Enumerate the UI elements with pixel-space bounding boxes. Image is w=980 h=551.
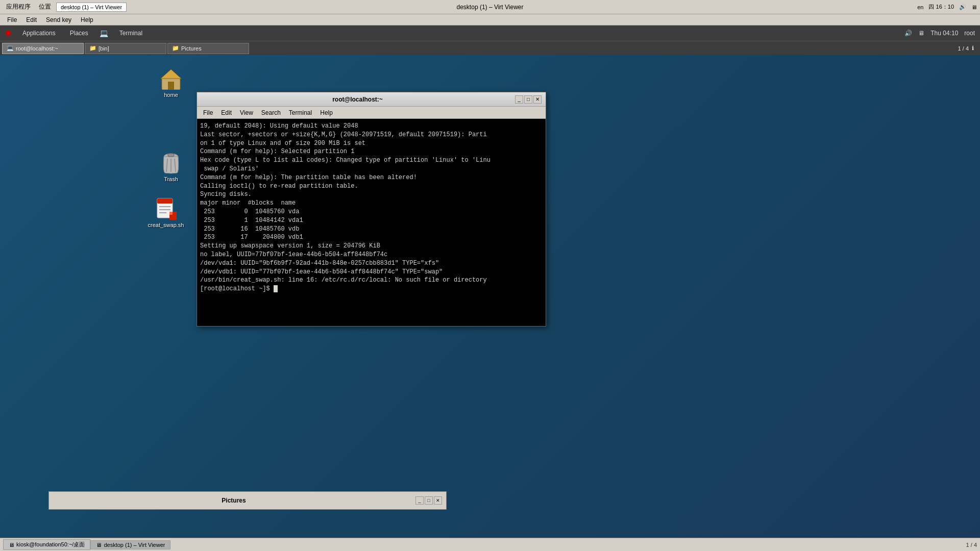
terminal-title: root@localhost:~ [201,96,514,103]
host-task-virt-icon: 🖥 [96,542,102,548]
terminal-terminal-menu[interactable]: Terminal [286,108,315,117]
svg-rect-7 [168,154,174,157]
host-app-menu-item[interactable]: 应用程序 [3,2,34,12]
taskbar-item-pictures[interactable]: 📁 Pictures [167,43,249,54]
terminal-line: 253 17 204800 vdb1 [200,233,543,242]
terminal-line: 253 1 10484142 vda1 [200,216,543,225]
terminal-close-btn[interactable]: ✕ [533,95,542,104]
host-topbar-right: en 四 16：10 🔊 🖥 [917,3,977,11]
terminal-line: Setting up swapspace version 1, size = 2… [200,242,543,251]
svg-marker-14 [169,212,173,215]
host-position-menu-item[interactable]: 位置 [36,2,54,12]
taskbar-pictures-icon: 📁 [172,45,179,52]
host-task-virt-label: desktop (1) – Virt Viewer [104,542,165,548]
desktop-icon-script[interactable]: creat_swap.sh [145,196,186,228]
host-task-kiosk-icon: 🖥 [9,542,14,548]
volume-icon[interactable]: 🔊 [959,4,966,10]
terminal-titlebar: root@localhost:~ _ □ ✕ [197,92,546,107]
host-menubar: File Edit Send key Help [0,14,980,26]
terminal-line: no label, UUID=77bf07bf-1eae-44b6-b504-a… [200,251,543,259]
vm-volume-icon[interactable]: 🔊 [904,30,912,37]
taskbar-right: 1 / 4 ℹ [958,45,978,52]
terminal-maximize-btn[interactable]: □ [524,95,532,104]
trash-icon-label: Trash [164,176,178,182]
fedora-icon: ⬟ [5,29,11,37]
trash-icon [159,151,183,175]
terminal-cursor [274,285,278,292]
terminal-minimize-btn[interactable]: _ [515,95,523,104]
taskbar-terminal-icon: 💻 [7,45,14,52]
desktop-icon-home[interactable]: home [151,66,191,98]
host-task-virt[interactable]: 🖥 desktop (1) – Virt Viewer [90,540,170,549]
host-edit-menu[interactable]: Edit [22,15,41,24]
terminal-line: 19, default 2048): Using default value 2… [200,122,543,131]
host-file-menu[interactable]: File [3,15,21,24]
vm-display: ⬟ Applications Places 💻 Terminal 🔊 🖥 Thu… [0,26,980,538]
terminal-help-menu[interactable]: Help [317,108,336,117]
taskbar-page-indicator: 1 / 4 [958,45,969,52]
vm-desktop: home Trash [0,41,980,538]
taskbar-item-bin[interactable]: 📁 [bin] [85,43,166,54]
terminal-file-menu[interactable]: File [200,108,216,117]
terminal-menubar: File Edit View Search Terminal Help [197,107,546,119]
vm-clock: Thu 04:10 [930,30,958,37]
script-icon [154,196,178,221]
locale-indicator: en [917,4,923,10]
terminal-line: major minor #blocks name [200,199,543,208]
taskbar-pictures-label: Pictures [181,45,202,52]
host-bottombar-right: 1 / 4 [966,542,977,548]
terminal-view-menu[interactable]: View [237,108,256,117]
terminal-line: Hex code (type L to list all codes): Cha… [200,156,543,165]
pictures-minimize-btn[interactable]: _ [415,496,424,505]
terminal-line: 253 0 10485760 vda [200,208,543,216]
terminal-line: swap / Solaris' [200,165,543,173]
vm-applications-menu[interactable]: Applications [19,29,59,38]
terminal-icon-topbar: 💻 [100,29,108,37]
clock: 四 16：10 [928,3,954,11]
taskbar-bin-label: [bin] [99,45,109,52]
taskbar-item-terminal[interactable]: 💻 root@localhost:~ [2,43,84,54]
terminal-edit-menu[interactable]: Edit [218,108,235,117]
host-active-window[interactable]: desktop (1) – Virt Viewer [56,3,127,12]
vm-topbar: ⬟ Applications Places 💻 Terminal 🔊 🖥 Thu… [0,26,980,41]
script-icon-label: creat_swap.sh [148,222,184,228]
terminal-line: /usr/bin/creat_swap.sh: line 16: /etc/rc… [200,276,543,285]
vm-user: root [964,30,975,37]
host-page-indicator: 1 / 4 [966,542,977,548]
terminal-line: Calling ioctl() to re-read partition tab… [200,182,543,191]
host-sendkey-menu[interactable]: Send key [42,15,76,24]
terminal-line: Last sector, +sectors or +size{K,M,G} (2… [200,131,543,139]
terminal-line: /dev/vda1: UUID="9bf6b9f7-92ad-441b-848e… [200,259,543,268]
virt-viewer-app: 应用程序 位置 desktop (1) – Virt Viewer deskto… [0,0,980,551]
pictures-close-btn[interactable]: ✕ [434,496,442,505]
host-help-menu[interactable]: Help [77,15,97,24]
vm-topbar-right: 🔊 🖥 Thu 04:10 root [904,30,975,37]
terminal-line: on 1 of type Linux and of size 200 MiB i… [200,139,543,148]
home-icon [159,66,183,91]
taskbar-info-icon[interactable]: ℹ [972,45,974,52]
vm-places-menu[interactable]: Places [67,29,91,38]
terminal-line: Command (m for help): The partition tabl… [200,173,543,182]
taskbar-bin-icon: 📁 [89,45,96,52]
pictures-maximize-btn[interactable]: □ [425,496,433,505]
pictures-window: Pictures _ □ ✕ [48,491,447,510]
terminal-window: root@localhost:~ _ □ ✕ File Edit View Se… [197,92,546,327]
host-bottombar: 🖥 kiosk@foundation50:~/桌面 🖥 desktop (1) … [0,538,980,551]
host-task-kiosk[interactable]: 🖥 kiosk@foundation50:~/桌面 [3,539,90,550]
svg-rect-2 [168,82,174,90]
terminal-line: Command (m for help): Selected partition… [200,147,543,156]
home-icon-label: home [164,92,178,98]
terminal-search-menu[interactable]: Search [258,108,284,117]
terminal-body[interactable]: 19, default 2048): Using default value 2… [197,119,546,326]
vm-terminal-menu[interactable]: Terminal [116,29,145,38]
svg-marker-1 [161,69,181,79]
taskbar-terminal-label: root@localhost:~ [16,45,58,52]
host-app-menu: 应用程序 位置 desktop (1) – Virt Viewer [3,2,917,12]
pictures-title: Pictures [53,497,414,504]
terminal-line: [root@localhost ~]$ [200,285,543,293]
vm-display-icon[interactable]: 🖥 [918,30,924,37]
desktop-icon-trash[interactable]: Trash [151,151,191,182]
display-icon[interactable]: 🖥 [971,4,977,10]
host-topbar: 应用程序 位置 desktop (1) – Virt Viewer deskto… [0,0,980,14]
terminal-line: /dev/vdb1: UUID="77bf07bf-1eae-44b6-b504… [200,268,543,277]
